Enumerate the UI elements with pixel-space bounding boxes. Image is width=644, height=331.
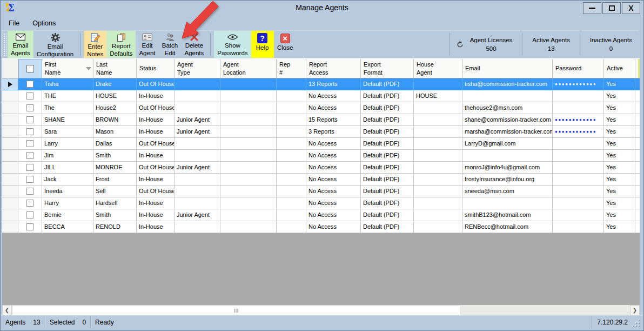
partial-column-cell <box>635 138 640 150</box>
column-header-email[interactable]: Email <box>462 59 553 78</box>
column-header-export[interactable]: Export Format <box>361 59 414 78</box>
select-all-checkbox[interactable] <box>26 65 34 72</box>
scrollbar-thumb[interactable] <box>12 305 460 315</box>
table-row[interactable]: BECCARENOLDIn-HouseNo AccessDefault (PDF… <box>2 221 640 233</box>
column-header-location[interactable]: Agent Location <box>220 59 277 78</box>
select-all-header[interactable] <box>18 59 42 78</box>
table-row[interactable]: IneedaSellOut Of HouseNo AccessDefault (… <box>2 186 640 197</box>
cell-first: Larry <box>42 138 93 150</box>
scrollbar-track[interactable] <box>460 305 630 315</box>
report-defaults-button[interactable]: Report Defaults <box>106 31 136 58</box>
cell-active: Yes <box>604 221 635 233</box>
table-row[interactable]: THEHOUSEIn-HouseNo AccessDefault (PDF)HO… <box>2 90 640 102</box>
column-header-password[interactable]: Password <box>553 59 604 78</box>
horizontal-scrollbar[interactable]: ❮ ❯ <box>2 305 640 315</box>
column-header-rep[interactable]: Rep # <box>277 59 306 78</box>
column-header-type[interactable]: Agent Type <box>175 59 220 78</box>
row-checkbox[interactable] <box>26 140 33 147</box>
row-checkbox[interactable] <box>26 176 33 183</box>
column-header-last[interactable]: Last Name <box>93 59 137 78</box>
cell-password: ●●●●●●●●●●●● <box>553 126 604 138</box>
row-select-cell <box>18 221 42 233</box>
refresh-button[interactable] <box>453 31 464 58</box>
table-row[interactable]: HarryHardsellIn-HouseNo AccessDefault (P… <box>2 197 640 209</box>
menu-options[interactable]: Options <box>26 17 62 29</box>
cell-first: Jack <box>42 174 93 186</box>
toolbar-grip[interactable] <box>3 32 6 56</box>
cell-first: The <box>42 102 93 114</box>
menu-file[interactable]: File <box>2 17 26 29</box>
question-mark-icon: ? <box>257 33 267 43</box>
minimize-icon <box>589 8 595 9</box>
close-button[interactable]: ×Close <box>274 31 297 58</box>
row-checkbox[interactable] <box>26 81 33 88</box>
report-pages-icon <box>117 33 126 42</box>
cell-last: MONROE <box>93 162 137 174</box>
delete-agents-button[interactable]: Delete Agents <box>182 31 207 58</box>
cell-active: Yes <box>604 90 635 102</box>
cell-email: smithB123@hotmail.com <box>462 209 553 221</box>
scroll-right-button[interactable]: ❯ <box>630 305 640 315</box>
row-checkbox[interactable] <box>26 152 33 159</box>
email-agents-button[interactable]: Email Agents <box>8 31 33 58</box>
row-checkbox[interactable] <box>26 223 33 230</box>
row-select-cell <box>18 90 42 102</box>
table-row[interactable]: JILLMONROEOut Of HouseJunior AgentNo Acc… <box>2 162 640 174</box>
table-row[interactable]: JimSmithIn-HouseNo AccessDefault (PDF)Ye… <box>2 150 640 162</box>
partial-column-cell <box>635 78 640 90</box>
cell-house <box>414 221 462 233</box>
cell-first: JILL <box>42 162 93 174</box>
help-button[interactable]: ?Help <box>251 31 274 58</box>
cell-report: No Access <box>306 102 361 114</box>
menu-bar: File Options <box>2 16 639 30</box>
cell-house <box>414 197 462 209</box>
table-row[interactable]: SHANEBROWNIn-HouseJunior Agent15 Reports… <box>2 114 640 126</box>
minimize-button[interactable] <box>583 2 601 14</box>
cell-type <box>175 186 220 197</box>
column-header-report[interactable]: Report Access <box>306 59 361 78</box>
row-select-cell <box>18 174 42 186</box>
cell-type <box>175 102 220 114</box>
cell-email: LarryD@gmail.com <box>462 138 553 150</box>
row-checkbox[interactable] <box>26 211 33 219</box>
toolbar-button-label: Enter Notes <box>87 43 103 58</box>
stat-agent-licenses: Agent Licenses 500 <box>464 31 519 58</box>
row-checkbox[interactable] <box>26 92 33 100</box>
row-checkbox[interactable] <box>26 164 33 171</box>
enter-notes-button[interactable]: Enter Notes <box>84 31 106 58</box>
partial-column-cell <box>635 150 640 162</box>
column-header-house[interactable]: House Agent <box>414 59 462 78</box>
row-checkbox[interactable] <box>26 128 33 135</box>
cell-export: Default (PDF) <box>361 162 414 174</box>
table-row[interactable]: TheHouse2Out Of HouseNo AccessDefault (P… <box>2 102 640 114</box>
row-select-cell <box>18 114 42 126</box>
email-configuration-button[interactable]: Email Configuration <box>33 31 77 58</box>
cell-report: No Access <box>306 221 361 233</box>
cell-email <box>462 90 553 102</box>
table-row[interactable]: LarryDallasOut Of HouseNo AccessDefault … <box>2 138 640 150</box>
cell-report: 3 Reports <box>306 126 361 138</box>
scroll-left-button[interactable]: ❮ <box>2 305 12 315</box>
cell-password <box>553 150 604 162</box>
cell-house <box>414 174 462 186</box>
batch-edit-button[interactable]: Batch Edit <box>159 31 182 58</box>
column-header-status[interactable]: Status <box>137 59 175 78</box>
cell-password <box>553 209 604 221</box>
column-header-first[interactable]: First Name <box>42 59 93 78</box>
row-checkbox[interactable] <box>26 116 33 123</box>
resize-grip[interactable] <box>633 320 641 328</box>
edit-agent-button[interactable]: Edit Agent <box>136 31 158 58</box>
close-window-button[interactable]: X <box>622 2 640 14</box>
show-passwords-button[interactable]: Show Passwords <box>214 31 251 58</box>
column-header-active[interactable]: Active <box>604 59 635 78</box>
table-row[interactable]: BernieSmithIn-HouseJunior AgentNo Access… <box>2 209 640 221</box>
row-checkbox[interactable] <box>26 188 33 195</box>
row-checkbox[interactable] <box>26 200 33 207</box>
toolbar-buttons: Email AgentsEmail ConfigurationEnter Not… <box>8 31 297 58</box>
row-checkbox[interactable] <box>26 104 33 111</box>
table-row[interactable]: SaraMasonIn-HouseJunior Agent3 ReportsDe… <box>2 126 640 138</box>
maximize-button[interactable] <box>602 2 621 14</box>
table-row[interactable]: TishaDrakeOut Of House13 ReportsDefault … <box>2 78 640 90</box>
cell-status: Out Of House <box>137 78 175 90</box>
table-row[interactable]: JackFrostIn-HouseNo AccessDefault (PDF)f… <box>2 174 640 186</box>
